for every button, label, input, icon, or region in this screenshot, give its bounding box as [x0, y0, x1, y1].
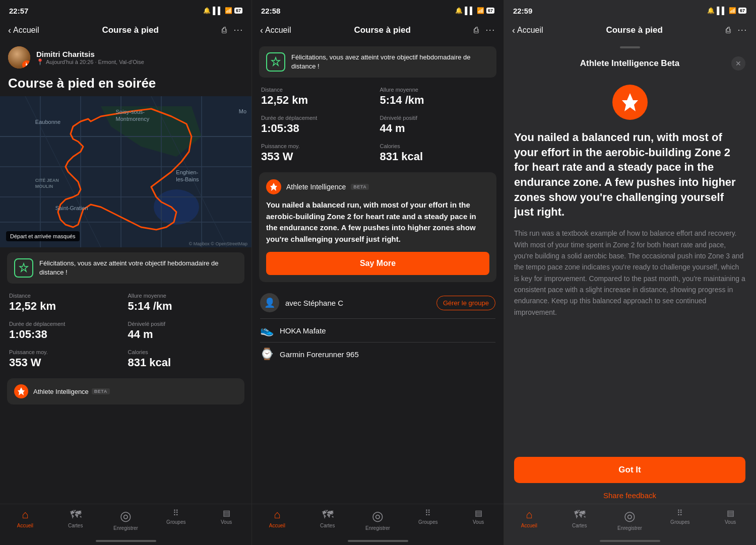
stat-denivele-label-1: Dénivelé positif	[128, 321, 243, 327]
map-label-soisy: Soisy-sous-Montmorency	[116, 108, 150, 123]
tab-vous-3[interactable]: ▤ Vous	[705, 508, 755, 525]
tab-cartes-3[interactable]: 🗺 Cartes	[554, 508, 605, 528]
panel-1: 22:57 🔔 ▌▌ 📶 67 ‹ Accueil Course à pied …	[0, 0, 252, 545]
tab-vous-2[interactable]: ▤ Vous	[453, 508, 503, 525]
home-icon-2: ⌂	[274, 508, 280, 521]
tab-groupes-2[interactable]: ⠿ Groupes	[403, 508, 453, 525]
close-button-3[interactable]: ✕	[731, 56, 745, 71]
strava-badge-1	[22, 60, 30, 69]
profile-icon-3: ▤	[727, 508, 734, 518]
share-feedback-link[interactable]: Share feedback	[504, 491, 755, 504]
stats-grid-2: Distance 12,52 km Allure moyenne 5:14 /k…	[252, 83, 503, 167]
nav-bar-3: ‹ Accueil Course à pied ⎙ ···	[504, 19, 755, 41]
manage-group-button[interactable]: Gérer le groupe	[436, 296, 495, 310]
share-icon-2[interactable]: ⎙	[474, 26, 479, 35]
battery-3: 67	[738, 8, 746, 14]
status-time-1: 22:57	[9, 7, 28, 15]
back-label-2: Accueil	[265, 26, 291, 35]
more-icon-1[interactable]: ···	[234, 26, 243, 35]
user-meta-1: 📍 Aujourd'hui à 20:26 · Ermont, Val-d'Oi…	[36, 58, 243, 65]
tab-accueil-3[interactable]: ⌂ Accueil	[504, 508, 554, 528]
stats-grid-1: Distance 12,52 km Allure moyenne 5:14 /k…	[0, 289, 251, 373]
tab-groupes-label-3: Groupes	[670, 519, 689, 525]
home-indicator-3	[600, 540, 660, 542]
tab-enregistrer-3[interactable]: ◎ Enregistrer	[605, 508, 655, 531]
say-more-button[interactable]: Say More	[266, 252, 489, 275]
tab-groupes-label-1: Groupes	[166, 519, 185, 525]
share-icon-3[interactable]: ⎙	[726, 26, 731, 35]
location-icon-1: 📍	[36, 58, 44, 65]
nav-actions-3: ⎙ ···	[726, 26, 747, 35]
chevron-left-icon-1: ‹	[8, 25, 11, 36]
companion-name-2: avec Stéphane C	[285, 299, 343, 307]
ai-card-title-2: Athlete Intelligence	[286, 183, 346, 191]
congrats-banner-2: Félicitations, vous avez atteint votre o…	[259, 46, 496, 78]
beta-badge-2: BETA	[351, 184, 369, 190]
map-icon-2: 🗺	[322, 508, 333, 521]
ai-card-peek-1[interactable]: Athlete Intelligence BETA	[7, 378, 244, 404]
record-icon-2: ◎	[372, 508, 384, 524]
tab-groupes-1[interactable]: ⠿ Groupes	[151, 508, 201, 525]
watch-icon-2: ⌚	[260, 348, 274, 361]
record-icon-3: ◎	[624, 508, 636, 524]
tab-bar-3: ⌂ Accueil 🗺 Cartes ◎ Enregistrer ⠿ Group…	[504, 504, 755, 545]
stat-calories-label-1: Calories	[128, 349, 243, 355]
stat-denivele-2: Dénivelé positif 44 m	[378, 111, 497, 139]
more-icon-3[interactable]: ···	[738, 26, 747, 35]
back-button-3[interactable]: ‹ Accueil	[512, 25, 543, 36]
user-meta-text-1: Aujourd'hui à 20:26 · Ermont, Val-d'Oise	[46, 59, 144, 65]
modal-title-3: Athlete Intelligence Beta	[580, 58, 679, 69]
tab-accueil-1[interactable]: ⌂ Accueil	[0, 508, 50, 528]
record-icon-1: ◎	[120, 508, 132, 524]
tab-enregistrer-2[interactable]: ◎ Enregistrer	[353, 508, 403, 531]
ai-label-1: Athlete Intelligence	[33, 388, 89, 395]
tab-cartes-2[interactable]: 🗺 Cartes	[302, 508, 353, 528]
modal-sheet-3: Athlete Intelligence Beta ✕ You nailed a…	[504, 41, 755, 545]
back-button-1[interactable]: ‹ Accueil	[8, 25, 39, 36]
svg-marker-19	[622, 93, 638, 111]
share-icon-1[interactable]: ⎙	[222, 26, 227, 35]
chevron-left-icon-3: ‹	[512, 25, 515, 36]
user-name-1: Dimitri Charitsis	[36, 50, 243, 58]
modal-detail-3: This run was a textbook example of how t…	[514, 228, 745, 318]
congrats-banner-1: Félicitations, vous avez atteint votre o…	[7, 252, 244, 284]
map-label-cite: CITÉ JEANMOULIN	[35, 178, 59, 189]
stat-distance-2: Distance 12,52 km	[259, 83, 378, 111]
stat-allure-1: Allure moyenne 5:14 /km	[126, 289, 245, 317]
status-icons-2: 🔔 ▌▌ 📶 67	[455, 7, 494, 15]
got-it-button[interactable]: Got It	[514, 457, 745, 483]
nav-title-1: Course à pied	[102, 25, 158, 35]
panel1-scroll: Félicitations, vous avez atteint votre o…	[0, 247, 251, 545]
profile-icon-2: ▤	[475, 508, 482, 518]
tab-groupes-3[interactable]: ⠿ Groupes	[655, 508, 705, 525]
nav-actions-1: ⎙ ···	[222, 26, 243, 35]
avatar-1	[8, 46, 30, 69]
stat-allure-value-2: 5:14 /km	[380, 94, 495, 107]
beta-badge-1: BETA	[92, 388, 110, 394]
tab-enregistrer-1[interactable]: ◎ Enregistrer	[101, 508, 151, 531]
status-icons-3: 🔔 ▌▌ 📶 67	[707, 7, 746, 15]
tab-enregistrer-label-1: Enregistrer	[113, 525, 138, 531]
modal-handle-3	[620, 46, 640, 48]
stat-calories-label-2: Calories	[380, 143, 495, 149]
tab-bar-1: ⌂ Accueil 🗺 Cartes ◎ Enregistrer ⠿ Group…	[0, 504, 251, 545]
status-time-3: 22:59	[513, 7, 532, 15]
more-icon-2[interactable]: ···	[486, 26, 495, 35]
tab-cartes-1[interactable]: 🗺 Cartes	[50, 508, 101, 528]
status-icons-1: 🔔 ▌▌ 📶 67	[203, 7, 242, 15]
stat-denivele-1: Dénivelé positif 44 m	[126, 317, 245, 345]
back-label-1: Accueil	[13, 26, 39, 35]
companion-row-2: 👤 avec Stéphane C Gérer le groupe	[252, 287, 503, 318]
profile-icon-1: ▤	[223, 508, 230, 518]
home-indicator-2	[348, 540, 408, 542]
svg-marker-15	[20, 263, 28, 271]
groups-icon-2: ⠿	[425, 508, 431, 518]
tab-accueil-2[interactable]: ⌂ Accueil	[252, 508, 302, 528]
nav-bar-1: ‹ Accueil Course à pied ⎙ ···	[0, 19, 251, 41]
modal-header-3: Athlete Intelligence Beta ✕	[504, 52, 755, 77]
back-label-3: Accueil	[517, 26, 543, 35]
tab-groupes-label-2: Groupes	[418, 519, 437, 525]
stat-distance-value-2: 12,52 km	[261, 94, 376, 107]
back-button-2[interactable]: ‹ Accueil	[260, 25, 291, 36]
tab-vous-1[interactable]: ▤ Vous	[201, 508, 251, 525]
